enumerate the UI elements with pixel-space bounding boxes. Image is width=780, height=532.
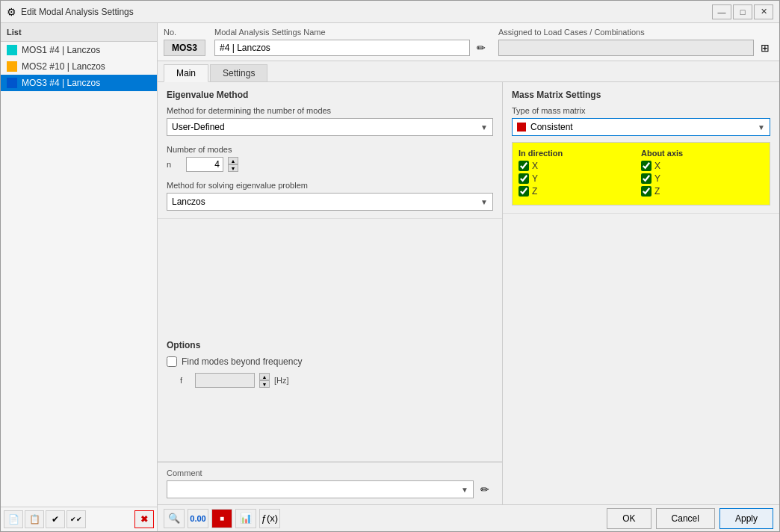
name-input[interactable]: [214, 40, 470, 56]
freq-spinner: ▲ ▼: [259, 373, 270, 388]
in-dir-z-label: Z: [532, 186, 537, 197]
method-label: Method for determining the number of mod…: [167, 106, 493, 115]
n-label: n: [167, 160, 182, 169]
direction-table: In direction About axis X: [512, 142, 770, 205]
comment-edit-button[interactable]: ✏: [477, 481, 493, 498]
ok-button[interactable]: OK: [607, 508, 651, 529]
minimize-button[interactable]: —: [712, 4, 731, 19]
n-input[interactable]: [186, 157, 223, 172]
content-right: Mass Matrix Settings Type of mass matrix…: [503, 82, 779, 504]
name-input-row: ✏: [214, 40, 489, 56]
dir-axis-x: X: [641, 161, 764, 171]
right-spacer: [503, 214, 779, 504]
item-color-mos3: [7, 78, 17, 88]
n-increment[interactable]: ▲: [228, 157, 238, 164]
mass-type-dropdown[interactable]: Consistent ▼: [512, 118, 770, 136]
eigenvalue-title: Eigenvalue Method: [167, 90, 493, 100]
solve-dropdown-value: Lanczos: [172, 197, 205, 207]
list-item[interactable]: MOS2 #10 | Lanczos: [1, 58, 157, 75]
in-dir-z-checkbox[interactable]: [519, 186, 529, 197]
about-axis-z-checkbox[interactable]: [641, 186, 651, 197]
find-modes-checkbox[interactable]: [167, 356, 177, 367]
list-item[interactable]: MOS1 #4 | Lanczos: [1, 42, 157, 58]
content-area: Eigenvalue Method Method for determining…: [158, 82, 779, 504]
list-items: MOS1 #4 | Lanczos MOS2 #10 | Lanczos MOS…: [1, 42, 157, 507]
value-button[interactable]: 0.00: [188, 509, 208, 528]
about-axis-x-label: X: [654, 161, 660, 171]
diagram-button[interactable]: 📊: [235, 509, 256, 528]
about-axis-y-checkbox[interactable]: [641, 173, 651, 184]
search-button[interactable]: 🔍: [164, 509, 185, 528]
footer-actions: OK Cancel Apply: [607, 508, 773, 529]
window-icon: ⚙: [7, 6, 16, 18]
delete-item-button[interactable]: ✖: [134, 510, 154, 528]
close-button[interactable]: ✕: [754, 4, 773, 19]
list-header: List: [1, 23, 157, 42]
num-modes-row: n ▲ ▼: [167, 157, 493, 172]
list-item-label: MOS3 #4 | Lanczos: [22, 78, 100, 88]
title-bar: ⚙ Edit Modal Analysis Settings — □ ✕: [1, 1, 779, 23]
multi-check-button[interactable]: ✔✔: [66, 510, 86, 528]
name-label: Modal Analysis Settings Name: [214, 28, 489, 37]
tabs-row: Main Settings: [158, 61, 779, 82]
main-content: List MOS1 #4 | Lanczos MOS2 #10 | Lanczo…: [1, 23, 779, 531]
list-item-label: MOS1 #4 | Lanczos: [22, 45, 100, 55]
list-item-selected[interactable]: MOS3 #4 | Lanczos: [1, 75, 157, 91]
num-modes-label: Number of modes: [167, 145, 493, 154]
options-section: Options Find modes beyond frequency f ▲ …: [158, 332, 502, 462]
find-modes-label: Find modes beyond frequency: [182, 356, 302, 367]
freq-row: f ▲ ▼ [Hz]: [167, 373, 493, 388]
comment-input-row: ▼ ✏: [167, 480, 493, 498]
tab-settings[interactable]: Settings: [210, 64, 267, 81]
method-dropdown-value: User-Defined: [172, 122, 225, 132]
in-dir-x-checkbox[interactable]: [519, 161, 529, 171]
n-spinner: ▲ ▼: [228, 157, 238, 172]
assigned-section: Assigned to Load Cases / Combinations ⊞: [498, 28, 773, 56]
formula-button[interactable]: ƒ(x): [259, 509, 280, 528]
comment-dropdown[interactable]: ▼: [167, 480, 474, 498]
item-color-mos2: [7, 61, 17, 72]
window: ⚙ Edit Modal Analysis Settings — □ ✕ Lis…: [0, 0, 780, 532]
unit-label: [Hz]: [274, 376, 289, 385]
about-axis-y-label: Y: [654, 173, 660, 184]
window-title: Edit Modal Analysis Settings: [21, 7, 712, 17]
mass-matrix-title: Mass Matrix Settings: [512, 90, 770, 100]
no-section: No. MOS3: [164, 28, 205, 56]
about-axis-header: About axis: [641, 149, 764, 158]
freq-decrement[interactable]: ▼: [259, 380, 270, 388]
top-header: No. MOS3 Modal Analysis Settings Name ✏ …: [158, 23, 779, 61]
mass-dropdown-arrow: ▼: [758, 123, 765, 132]
tab-main[interactable]: Main: [164, 64, 208, 82]
dir-row-x: X X: [519, 161, 764, 171]
footer-tools: 🔍 0.00 ■ 📊 ƒ(x): [164, 509, 607, 528]
solve-dropdown[interactable]: Lanczos ▼: [167, 193, 493, 211]
n-decrement[interactable]: ▼: [228, 164, 238, 172]
maximize-button[interactable]: □: [733, 4, 752, 19]
eigenvalue-section: Eigenvalue Method Method for determining…: [158, 82, 502, 219]
list-item-label: MOS2 #10 | Lanczos: [22, 61, 105, 72]
in-direction-header: In direction: [519, 149, 641, 158]
list-toolbar: 📄 📋 ✔ ✔✔ ✖: [1, 507, 157, 531]
add-item-button[interactable]: 📄: [4, 510, 23, 528]
f-label: f: [180, 376, 191, 385]
comment-section: Comment ▼ ✏: [158, 462, 502, 504]
cancel-button[interactable]: Cancel: [656, 508, 715, 529]
right-side: No. MOS3 Modal Analysis Settings Name ✏ …: [158, 23, 779, 531]
no-value: MOS3: [164, 40, 205, 56]
edit-name-button[interactable]: ✏: [473, 40, 489, 56]
freq-increment[interactable]: ▲: [259, 373, 270, 380]
check-button[interactable]: ✔: [46, 510, 65, 528]
about-axis-x-checkbox[interactable]: [641, 161, 651, 171]
apply-button[interactable]: Apply: [719, 508, 773, 529]
item-color-mos1: [7, 45, 17, 55]
solve-dropdown-arrow: ▼: [480, 198, 488, 206]
mass-type-value: Consistent: [530, 122, 573, 132]
method-dropdown[interactable]: User-Defined ▼: [167, 118, 493, 136]
solve-label: Method for solving eigenvalue problem: [167, 181, 493, 190]
freq-input[interactable]: [195, 373, 255, 388]
dir-axis-z: Z: [641, 186, 764, 197]
color-button[interactable]: ■: [211, 509, 232, 528]
in-dir-y-checkbox[interactable]: [519, 173, 529, 184]
assigned-edit-button[interactable]: ⊞: [757, 40, 773, 56]
copy-item-button[interactable]: 📋: [25, 510, 44, 528]
